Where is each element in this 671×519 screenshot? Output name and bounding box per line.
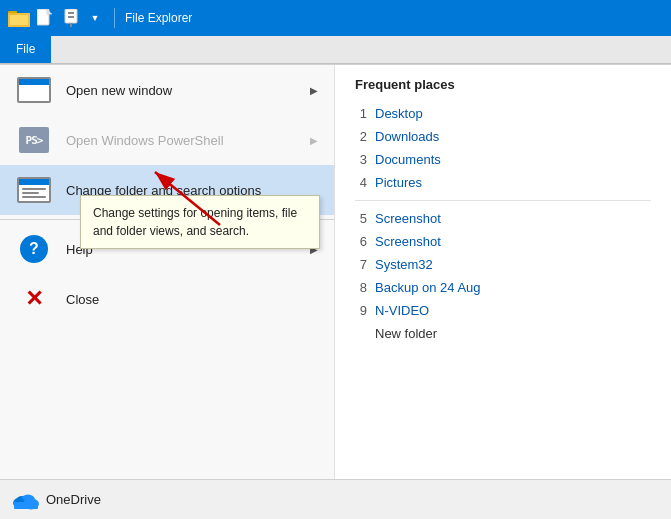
help-icon: ? <box>16 234 52 264</box>
frequent-num-4: 4 <box>355 175 367 190</box>
frequent-item-pictures[interactable]: 4 Pictures <box>355 171 651 194</box>
folder-icon <box>8 8 30 28</box>
frequent-item-nvideo[interactable]: 9 N-VIDEO <box>355 299 651 322</box>
close-icon: ✕ <box>16 284 52 314</box>
title-bar-icons: ▼ <box>8 8 104 28</box>
frequent-item-new-folder[interactable]: New folder <box>355 322 651 345</box>
frequent-name-backup: Backup on 24 Aug <box>375 280 481 295</box>
title-bar-separator <box>114 8 115 28</box>
frequent-separator <box>355 200 651 201</box>
menu-item-powershell-label: Open Windows PowerShell <box>66 133 296 148</box>
onedrive-item[interactable]: OneDrive <box>12 490 101 510</box>
menu-item-open-new-window-label: Open new window <box>66 83 296 98</box>
svg-rect-19 <box>15 502 37 509</box>
frequent-item-system32[interactable]: 7 System32 <box>355 253 651 276</box>
frequent-name-downloads: Downloads <box>375 129 439 144</box>
quick-access-dropdown[interactable]: ▼ <box>86 9 104 27</box>
tooltip: Change settings for opening items, file … <box>80 195 320 249</box>
frequent-num-8: 8 <box>355 280 367 295</box>
menu-item-powershell[interactable]: PS> Open Windows PowerShell ▶ <box>0 115 334 165</box>
frequent-name-documents: Documents <box>375 152 441 167</box>
app-title: File Explorer <box>125 11 192 25</box>
folder-options-icon <box>16 175 52 205</box>
frequent-name-system32: System32 <box>375 257 433 272</box>
svg-rect-3 <box>10 15 28 25</box>
svg-rect-8 <box>68 16 74 18</box>
pin-icon <box>60 8 82 28</box>
open-window-icon <box>16 75 52 105</box>
arrow-icon-powershell: ▶ <box>310 135 318 146</box>
frequent-name-desktop: Desktop <box>375 106 423 121</box>
frequent-item-screenshot5[interactable]: 5 Screenshot <box>355 207 651 230</box>
frequent-num-6: 6 <box>355 234 367 249</box>
frequent-num-new <box>355 326 367 341</box>
frequent-item-desktop[interactable]: 1 Desktop <box>355 102 651 125</box>
svg-marker-5 <box>47 9 52 14</box>
frequent-name-new-folder: New folder <box>375 326 437 341</box>
frequent-item-downloads[interactable]: 2 Downloads <box>355 125 651 148</box>
bottom-bar: OneDrive <box>0 479 671 519</box>
frequent-item-screenshot6[interactable]: 6 Screenshot <box>355 230 651 253</box>
tab-file[interactable]: File <box>0 35 51 63</box>
onedrive-label: OneDrive <box>46 492 101 507</box>
frequent-places-panel: Frequent places 1 Desktop 2 Downloads 3 … <box>335 65 671 479</box>
frequent-item-backup[interactable]: 8 Backup on 24 Aug <box>355 276 651 299</box>
frequent-num-2: 2 <box>355 129 367 144</box>
arrow-icon-open-window: ▶ <box>310 85 318 96</box>
new-doc-icon <box>34 8 56 28</box>
svg-rect-7 <box>68 12 74 14</box>
frequent-num-9: 9 <box>355 303 367 318</box>
title-bar: ▼ File Explorer <box>0 0 671 36</box>
frequent-name-screenshot5: Screenshot <box>375 211 441 226</box>
menu-item-close-label: Close <box>66 292 318 307</box>
powershell-icon: PS> <box>16 125 52 155</box>
frequent-num-3: 3 <box>355 152 367 167</box>
menu-item-close[interactable]: ✕ Close <box>0 274 334 324</box>
frequent-name-nvideo: N-VIDEO <box>375 303 429 318</box>
onedrive-cloud-icon <box>12 490 40 510</box>
frequent-name-pictures: Pictures <box>375 175 422 190</box>
frequent-name-screenshot6: Screenshot <box>375 234 441 249</box>
menu-item-folder-options[interactable]: Change folder and search options Change … <box>0 165 334 215</box>
frequent-num-7: 7 <box>355 257 367 272</box>
frequent-places-title: Frequent places <box>355 77 651 92</box>
main-area: Open new window ▶ PS> Open Windows Power… <box>0 64 671 479</box>
menu-item-open-new-window[interactable]: Open new window ▶ <box>0 65 334 115</box>
ribbon-tabs: File <box>0 36 671 64</box>
frequent-num-1: 1 <box>355 106 367 121</box>
tooltip-text: Change settings for opening items, file … <box>80 195 320 249</box>
frequent-item-documents[interactable]: 3 Documents <box>355 148 651 171</box>
frequent-num-5: 5 <box>355 211 367 226</box>
file-menu: Open new window ▶ PS> Open Windows Power… <box>0 65 335 479</box>
